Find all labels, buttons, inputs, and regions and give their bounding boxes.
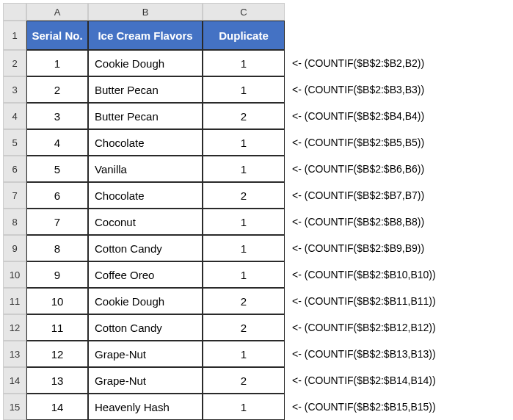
cell-B3[interactable]: Butter Pecan <box>88 76 203 103</box>
cell-C6[interactable]: 1 <box>203 156 285 182</box>
formula-annotation-5: <- (COUNTIF($B$2:$B5,B5)) <box>285 129 510 156</box>
formula-annotation-13: <- (COUNTIF($B$2:$B13,B13)) <box>285 341 510 367</box>
row-header-12[interactable]: 12 <box>3 314 26 341</box>
cell-B9[interactable]: Cotton Candy <box>88 235 203 261</box>
cell-A5[interactable]: 4 <box>26 129 88 156</box>
cell-B4[interactable]: Butter Pecan <box>88 103 203 129</box>
cell-C3[interactable]: 1 <box>203 76 285 103</box>
col-header-formula <box>285 3 510 21</box>
formula-annotation-11: <- (COUNTIF($B$2:$B11,B11)) <box>285 288 510 314</box>
cell-A2[interactable]: 1 <box>26 50 88 76</box>
cell-B11[interactable]: Cookie Dough <box>88 288 203 314</box>
formula-annotation-6: <- (COUNTIF($B$2:$B6,B6)) <box>285 156 510 182</box>
header-flavors: Ice Cream Flavors <box>88 21 203 50</box>
cell-B8[interactable]: Coconut <box>88 209 203 235</box>
cell-C2[interactable]: 1 <box>203 50 285 76</box>
row-header-9[interactable]: 9 <box>3 235 26 261</box>
row-header-14[interactable]: 14 <box>3 367 26 394</box>
header-duplicate: Duplicate <box>203 21 285 50</box>
row-header-4[interactable]: 4 <box>3 103 26 129</box>
cell-A4[interactable]: 3 <box>26 103 88 129</box>
row-header-2[interactable]: 2 <box>3 50 26 76</box>
row-header-1[interactable]: 1 <box>3 21 26 50</box>
formula-annotation-15: <- (COUNTIF($B$2:$B15,B15)) <box>285 394 510 420</box>
cell-B10[interactable]: Coffee Oreo <box>88 261 203 288</box>
cell-C12[interactable]: 2 <box>203 314 285 341</box>
cell-A3[interactable]: 2 <box>26 76 88 103</box>
row-header-7[interactable]: 7 <box>3 182 26 209</box>
row-header-15[interactable]: 15 <box>3 394 26 420</box>
cell-C9[interactable]: 1 <box>203 235 285 261</box>
cell-B15[interactable]: Heavenly Hash <box>88 394 203 420</box>
spreadsheet-grid: ABC1Serial No.Ice Cream FlavorsDuplicate… <box>3 3 510 420</box>
cell-A9[interactable]: 8 <box>26 235 88 261</box>
formula-annotation-9: <- (COUNTIF($B$2:$B9,B9)) <box>285 235 510 261</box>
cell-C13[interactable]: 1 <box>203 341 285 367</box>
header-serial-no: Serial No. <box>26 21 88 50</box>
cell-B14[interactable]: Grape-Nut <box>88 367 203 394</box>
corner-cell <box>3 3 26 21</box>
cell-B6[interactable]: Vanilla <box>88 156 203 182</box>
cell-A8[interactable]: 7 <box>26 209 88 235</box>
cell-A7[interactable]: 6 <box>26 182 88 209</box>
cell-C11[interactable]: 2 <box>203 288 285 314</box>
row-header-3[interactable]: 3 <box>3 76 26 103</box>
cell-C4[interactable]: 2 <box>203 103 285 129</box>
formula-annotation-8: <- (COUNTIF($B$2:$B8,B8)) <box>285 209 510 235</box>
cell-A11[interactable]: 10 <box>26 288 88 314</box>
row-header-6[interactable]: 6 <box>3 156 26 182</box>
blank-top <box>285 21 510 50</box>
cell-A14[interactable]: 13 <box>26 367 88 394</box>
cell-B2[interactable]: Cookie Dough <box>88 50 203 76</box>
cell-B7[interactable]: Chocolate <box>88 182 203 209</box>
formula-annotation-7: <- (COUNTIF($B$2:$B7,B7)) <box>285 182 510 209</box>
formula-annotation-10: <- (COUNTIF($B$2:$B10,B10)) <box>285 261 510 288</box>
row-header-11[interactable]: 11 <box>3 288 26 314</box>
cell-C10[interactable]: 1 <box>203 261 285 288</box>
formula-annotation-2: <- (COUNTIF($B$2:$B2,B2)) <box>285 50 510 76</box>
row-header-10[interactable]: 10 <box>3 261 26 288</box>
cell-C14[interactable]: 2 <box>203 367 285 394</box>
cell-A6[interactable]: 5 <box>26 156 88 182</box>
row-header-13[interactable]: 13 <box>3 341 26 367</box>
cell-A13[interactable]: 12 <box>26 341 88 367</box>
col-header-A[interactable]: A <box>26 3 88 21</box>
formula-annotation-4: <- (COUNTIF($B$2:$B4,B4)) <box>285 103 510 129</box>
row-header-5[interactable]: 5 <box>3 129 26 156</box>
cell-B13[interactable]: Grape-Nut <box>88 341 203 367</box>
cell-A12[interactable]: 11 <box>26 314 88 341</box>
col-header-C[interactable]: C <box>203 3 285 21</box>
cell-C7[interactable]: 2 <box>203 182 285 209</box>
formula-annotation-12: <- (COUNTIF($B$2:$B12,B12)) <box>285 314 510 341</box>
row-header-8[interactable]: 8 <box>3 209 26 235</box>
cell-A15[interactable]: 14 <box>26 394 88 420</box>
col-header-B[interactable]: B <box>88 3 203 21</box>
cell-B5[interactable]: Chocolate <box>88 129 203 156</box>
cell-C15[interactable]: 1 <box>203 394 285 420</box>
formula-annotation-3: <- (COUNTIF($B$2:$B3,B3)) <box>285 76 510 103</box>
formula-annotation-14: <- (COUNTIF($B$2:$B14,B14)) <box>285 367 510 394</box>
cell-C8[interactable]: 1 <box>203 209 285 235</box>
cell-C5[interactable]: 1 <box>203 129 285 156</box>
cell-A10[interactable]: 9 <box>26 261 88 288</box>
cell-B12[interactable]: Cotton Candy <box>88 314 203 341</box>
